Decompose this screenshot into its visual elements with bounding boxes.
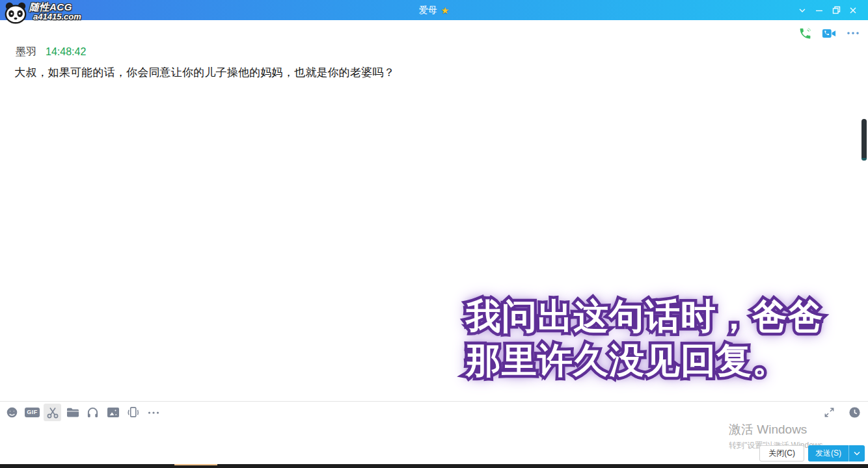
more-actions-button[interactable] <box>846 26 860 40</box>
ellipsis-icon <box>847 31 860 36</box>
screenshot-button[interactable] <box>44 404 61 421</box>
panda-logo-icon <box>3 1 28 25</box>
site-watermark-text: 随性ACG a41415.com <box>29 1 81 21</box>
ellipsis-icon <box>148 411 159 415</box>
window-controls <box>794 0 861 20</box>
emoji-button[interactable] <box>3 404 21 421</box>
smiley-icon <box>6 406 18 419</box>
message-text: 大叔，如果可能的话，你会同意让你的儿子操他的妈妈，也就是你的老婆吗？ <box>14 65 395 80</box>
site-watermark-title: 随性ACG <box>29 1 81 12</box>
collapse-button[interactable] <box>794 0 811 20</box>
shake-button[interactable] <box>124 404 142 421</box>
vibrate-phone-icon <box>126 406 140 419</box>
send-split-button: 发送(S) <box>808 445 865 462</box>
video-progress-bar[interactable] <box>0 464 868 468</box>
phone-icon <box>798 27 812 40</box>
chat-window: 爱母 ★ 随性 <box>0 0 868 468</box>
scissors-icon <box>46 406 59 419</box>
expand-icon <box>824 407 835 418</box>
clock-icon <box>848 406 861 419</box>
video-subtitle: 我问出这句话时，爸爸 那里许久没见回复。 <box>466 294 824 382</box>
site-watermark-url: a41415.com <box>33 12 81 21</box>
footer-buttons: 关闭(C) 发送(S) <box>759 445 865 462</box>
sender-name: 墨羽 <box>16 46 36 57</box>
video-progress-played <box>174 464 217 465</box>
scrollbar-thumb[interactable] <box>861 119 867 161</box>
message: 墨羽14:48:42 大叔，如果可能的话，你会同意让你的儿子操他的妈妈，也就是你… <box>14 46 395 80</box>
gif-button[interactable]: GIF <box>23 404 41 421</box>
chat-actions <box>798 26 860 40</box>
input-toolbar: GIF <box>3 404 162 421</box>
restore-icon <box>832 6 841 14</box>
window-title: 爱母 <box>419 5 437 16</box>
file-button[interactable] <box>64 404 81 421</box>
input-toolbar-right <box>821 404 863 421</box>
minimize-button[interactable] <box>811 0 828 20</box>
video-camera-icon <box>822 27 836 40</box>
subtitle-line-1: 我问出这句话时，爸爸 <box>466 294 824 338</box>
picture-icon <box>107 407 120 418</box>
close-chat-button[interactable]: 关闭(C) <box>759 445 804 462</box>
star-icon: ★ <box>441 5 450 16</box>
more-tools-button[interactable] <box>144 404 162 421</box>
site-watermark: 随性ACG a41415.com <box>3 0 81 25</box>
message-time: 14:48:42 <box>46 46 86 57</box>
close-icon <box>849 6 857 14</box>
restore-button[interactable] <box>828 0 845 20</box>
close-button[interactable] <box>845 0 861 20</box>
chat-history-button[interactable] <box>846 404 863 421</box>
chevron-down-icon <box>854 451 860 456</box>
send-options-button[interactable] <box>848 445 865 462</box>
chevron-down-icon <box>798 6 806 14</box>
headphones-icon <box>87 406 99 419</box>
expand-input-button[interactable] <box>821 404 838 421</box>
input-panel: GIF <box>0 401 868 464</box>
gif-icon: GIF <box>25 408 40 417</box>
voice-call-button[interactable] <box>798 26 812 40</box>
titlebar: 爱母 ★ <box>0 0 868 20</box>
subtitle-line-2: 那里许久没见回复。 <box>466 338 824 382</box>
message-header: 墨羽14:48:42 <box>14 46 395 59</box>
send-button[interactable]: 发送(S) <box>808 445 848 462</box>
video-call-button[interactable] <box>822 26 836 40</box>
minimize-icon <box>815 6 823 14</box>
music-button[interactable] <box>84 404 102 421</box>
image-button[interactable] <box>104 404 122 421</box>
folder-icon <box>66 407 79 418</box>
message-input[interactable] <box>3 423 865 452</box>
